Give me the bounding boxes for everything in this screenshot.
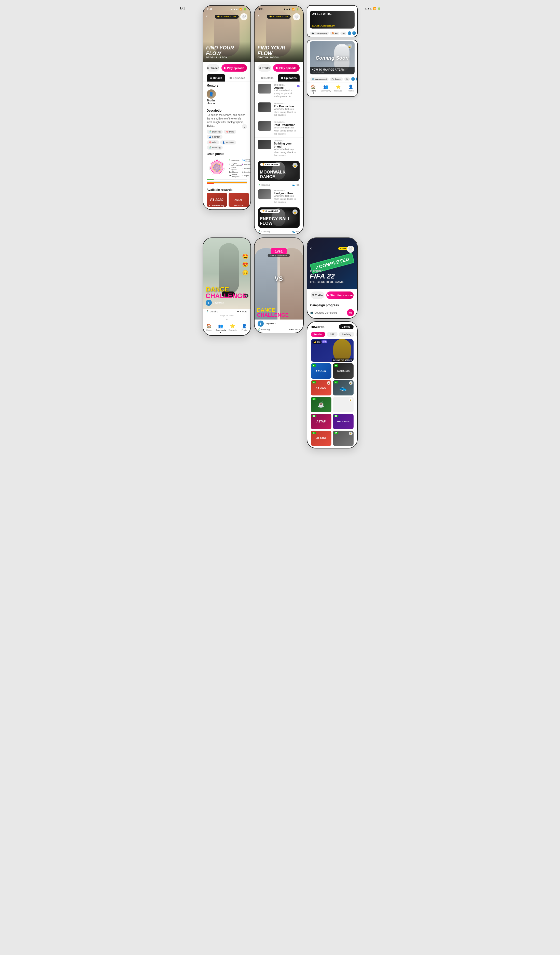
nav-rewards-dance[interactable]: ⭐ Rewards [227,324,239,333]
reward-fifa20[interactable]: FIFA20 $5 [311,363,331,379]
reward-f12020[interactable]: F1 2020 $3 🔒 [311,380,331,396]
tag-art[interactable]: 🎨 Art [330,31,340,35]
radar-chart [207,158,227,178]
tag-management[interactable]: ⚙️ Management [310,77,329,81]
tag-mind-2[interactable]: 🧠Mind [207,140,219,144]
nav-profile-right[interactable]: 👤 Profile [345,85,357,94]
episode-2[interactable]: EPISODE 2 Pre Production What's the firs… [254,100,303,119]
reward-extra[interactable]: $5 🔒 [333,431,354,446]
nav-rewards-right[interactable]: ⭐ Rewards [332,85,345,94]
trailer-button-1[interactable]: ⊞ Trailer [207,64,219,72]
tag-fashion-2[interactable]: 👗Fashion [220,140,236,144]
heart-button-2[interactable]: 🤍 [293,13,300,20]
tab-details-2[interactable]: ⊞ Details [258,74,277,81]
coming-soon-card[interactable]: 🔒 October 1st Coming Soon HOW TO MANAGE … [310,41,354,74]
back-button-campaign[interactable]: ‹ [310,246,312,251]
on-set-label: ON SET WITH... [312,12,332,15]
tag-soccer[interactable]: ⚽ Soccer [330,77,343,81]
hero-title-2: FIND YOUR FLOW [257,45,300,56]
episode-thumb-5 [258,189,271,199]
panel-tags-2: ⚙️ Management ⚽ Soccer +4 [307,75,357,83]
profile-dot-dance: S [206,300,212,306]
brain-bars [207,178,247,184]
challenge-footer-1: 🕺 Dancing 👟 +18 [254,183,303,187]
on-set-card[interactable]: ON SET WITH... BLAKE JORGERSEN [310,11,354,28]
nav-dot-home [313,92,314,94]
nav-profile-dance[interactable]: 👤 Profile [239,324,251,333]
community-icon-dance: 👥 [218,324,223,329]
reward-card-1[interactable]: F1 2020 F1 2020 Free Play [207,193,227,207]
episode-num-4: EPISODE 4 [274,139,299,142]
reward-sims4[interactable]: THE SIMS 4 $9 [333,414,354,429]
filter-sport[interactable]: Sport [356,332,357,337]
tag-dancing-2[interactable]: 🕺Dancing [207,146,223,150]
fifa-ea-sports: EA SPORTS™ [310,270,344,272]
hero-title-1: FIND YOUR FLOW [206,45,247,56]
home-icon-dance: 🏠 [206,324,212,329]
play-button-1[interactable]: ▶ Play episode [222,64,247,72]
nav-community-right[interactable]: 👥 Community [320,85,332,94]
trailer-button-2[interactable]: ⊞ Trailer [258,64,271,72]
more-dots-vs[interactable]: More [289,328,300,331]
reward-hero-item[interactable]: 💰 $32 NFT BEHIND THE SCENES [311,339,354,362]
challenge-card-1[interactable]: 🏆 CHALLENGE 🔒 MOONWALK DANCE [258,161,299,181]
avatar-3 [351,77,355,81]
play-icon-1: ▶ [224,66,226,70]
tab-episodes-1[interactable]: ▦ Episodes [226,74,248,81]
fifa-subtitle: THE BEAUTIFUL GAME [310,280,344,284]
brain-labels: 3 Naturalistic 16 Bodily Kinesthetics 4 … [229,158,251,177]
trophy-icon-1: 🏆 [262,163,265,166]
swipe-more: Swipe for more ⌄ [203,314,251,322]
episode-4[interactable]: EPISODE 4 Building your brand What's the… [254,138,303,159]
nav-community-dance[interactable]: 👥 Community [215,324,227,333]
reward-cost-battlefield: $9 [334,364,338,367]
nav-home-dance[interactable]: 🏠 Home [203,324,215,333]
vs-footer: 🕺 Dancing More [254,328,303,333]
reward-blank[interactable]: 🔒 [333,397,354,412]
episode-5[interactable]: EPISODE 5 Find your flow What's the firs… [254,187,303,206]
back-button-1[interactable]: ‹ [206,13,208,19]
reward-astaf[interactable]: ASTAF $3 [311,414,331,429]
tag-dancing-1[interactable]: 🕺Dancing [207,130,223,134]
tag-photography[interactable]: 📷 Photography [310,31,329,35]
tab-episodes-2[interactable]: ▦ Episodes [278,74,300,81]
rewards-tab-popular[interactable] [334,324,338,329]
filter-clothing[interactable]: Clothing [339,332,354,337]
reward-battlefield[interactable]: Battlefield 5 $9 [333,363,354,379]
rewards-grid-row2: F1 2020 $3 🔒 👟 $5 🔒 [307,380,357,397]
hero-area-1: ‹ ⭐ SUGGESTED 🤍 FIND YOUR FLOW BROTHA JA… [203,6,251,62]
reward-shoes[interactable]: 👟 $5 🔒 [333,380,354,396]
courses-count: 7/7 [347,309,354,316]
tag-fashion-1[interactable]: 👗Fashion [207,135,223,139]
filter-popular[interactable]: Popular [311,332,326,337]
episode-num-2: EPISODE 2 [274,102,299,105]
manage-team-sub: US SOCCER [312,71,353,74]
tag-plus4b[interactable]: +4 [344,77,350,81]
reward-f12020-2[interactable]: F1 2020 $3 [311,431,331,446]
tag-plus4[interactable]: +4 [340,31,346,35]
tag-plus9[interactable]: +9 [357,31,358,35]
filter-nft[interactable]: NFT [327,332,337,337]
tag-mind-1[interactable]: 🧠Mind [224,130,237,134]
episode-info-5: EPISODE 5 Find your flow What's the firs… [274,189,299,204]
avatar-2 [352,31,356,35]
avatar-4 [356,77,357,81]
nav-home-right[interactable]: 🏠 Home [307,85,320,94]
back-button-2[interactable]: ‹ [257,13,259,19]
tab-details-1[interactable]: ⊞ Details [207,74,225,81]
reward-card-2[interactable]: ASTAF Nike soccer [229,193,249,207]
reward-starbucks[interactable]: ☕ $6 [311,397,331,412]
episode-3[interactable]: EPISODE 3 Post Production What's the fir… [254,119,303,138]
heart-button-1[interactable]: 🤍 [240,13,247,20]
episode-1[interactable]: EPISODE 1 Origins It all started with a … [254,82,303,100]
expand-icon[interactable]: ⌄ [242,124,247,129]
trailer-button-campaign[interactable]: ⊞ Trailer [311,291,324,299]
brain-creative: 4 Creative [242,171,251,173]
phone-vs: 9:41 ▲▲▲ 📶 🔋 1vs1 Vote your favourite VS [254,238,304,333]
more-dots-dance[interactable]: More [237,310,247,313]
heart-button-campaign[interactable]: 🤍 [347,246,354,253]
start-course-button[interactable]: ▶ Start first course [326,291,354,299]
challenge-card-2[interactable]: 🏆 CHALLENGE 🔒 ENERGY BALL FLOW [258,207,299,228]
rewards-tab-earned[interactable]: Earned [339,324,354,329]
play-button-2[interactable]: ▶ Play episode [273,64,299,72]
